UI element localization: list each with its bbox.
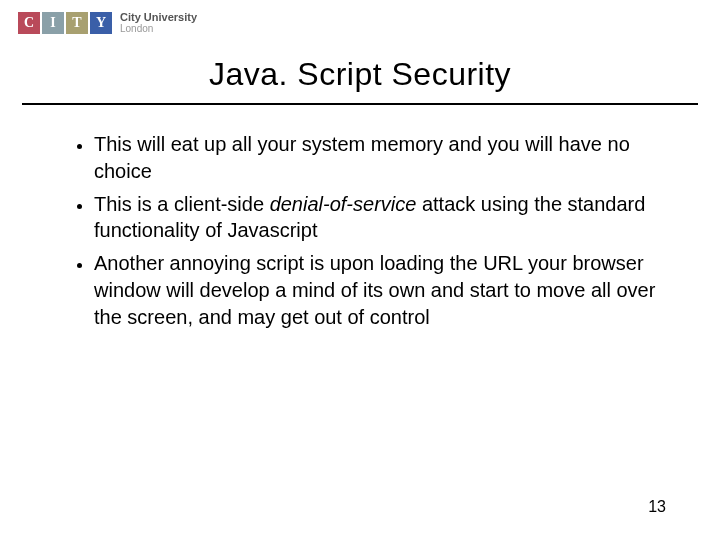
title-rule xyxy=(22,103,698,105)
bullet-list: This will eat up all your system memory … xyxy=(0,131,720,331)
logo-letter: Y xyxy=(90,12,112,34)
bullet-text: Another annoying script is upon loading … xyxy=(94,252,655,328)
logo-blocks: C I T Y xyxy=(18,12,112,34)
university-text: City University London xyxy=(120,12,197,34)
university-name: City University xyxy=(120,12,197,24)
bullet-text: This will eat up all your system memory … xyxy=(94,133,630,182)
logo-letter: I xyxy=(42,12,64,34)
list-item: This will eat up all your system memory … xyxy=(94,131,662,185)
university-logo: C I T Y City University London xyxy=(0,12,720,34)
university-city: London xyxy=(120,24,197,35)
logo-letter: C xyxy=(18,12,40,34)
bullet-em: denial-of-service xyxy=(270,193,417,215)
page-number: 13 xyxy=(648,498,666,516)
bullet-text: This is a client-side xyxy=(94,193,270,215)
logo-letter: T xyxy=(66,12,88,34)
list-item: This is a client-side denial-of-service … xyxy=(94,191,662,245)
list-item: Another annoying script is upon loading … xyxy=(94,250,662,330)
slide: C I T Y City University London Java. Scr… xyxy=(0,0,720,540)
slide-title: Java. Script Security xyxy=(0,56,720,93)
